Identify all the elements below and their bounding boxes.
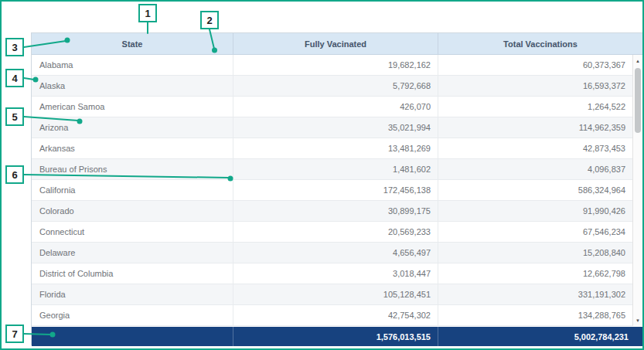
fully-vaccinated-cell: 4,656,497 — [233, 243, 438, 263]
state-cell: Georgia — [32, 305, 233, 325]
total-vaccinations-cell: 134,288,765 — [438, 305, 642, 325]
table-row[interactable]: District of Columbia3,018,44712,662,798 — [32, 263, 642, 284]
fully-vaccinated-cell: 105,128,451 — [233, 284, 438, 304]
fully-vaccinated-cell: 19,682,162 — [233, 55, 438, 75]
total-vaccinations-cell: 1,264,522 — [438, 97, 642, 117]
total-vaccinations-cell: 42,873,453 — [438, 138, 642, 158]
total-state-cell — [32, 327, 233, 346]
total-vaccinations-cell: 12,662,798 — [438, 263, 642, 284]
state-cell: American Samoa — [32, 97, 233, 117]
fully-vaccinated-cell: 20,569,233 — [233, 222, 438, 242]
state-cell: Arkansas — [32, 138, 233, 158]
annotation-1: 1 — [138, 4, 157, 22]
annotated-table-screenshot: State Fully Vacinated Total Vaccinations… — [0, 0, 644, 350]
scroll-up-icon[interactable]: ▲ — [633, 56, 642, 66]
total-vaccinations-cell: 4,096,837 — [438, 159, 642, 179]
fully-vaccinated-cell: 30,899,175 — [233, 201, 438, 221]
annotation-3: 3 — [5, 38, 24, 56]
fully-vaccinated-cell: 172,456,138 — [233, 180, 438, 200]
total-vaccinations-cell: 60,373,367 — [438, 55, 642, 75]
annotation-5: 5 — [5, 107, 24, 126]
table-row[interactable]: Colorado30,899,17591,990,426 — [32, 201, 642, 222]
annotation-6: 6 — [5, 165, 24, 184]
total-vaccinations-cell: 91,990,426 — [438, 201, 642, 221]
fully-vaccinated-cell: 5,792,668 — [233, 76, 438, 96]
state-cell: California — [32, 180, 233, 200]
state-cell: Florida — [32, 284, 233, 304]
fully-vaccinated-cell: 35,021,994 — [233, 117, 438, 138]
fully-vaccinated-cell: 42,754,302 — [233, 305, 438, 325]
total-row: 1,576,013,515 5,002,784,231 — [32, 326, 642, 346]
state-cell: Delaware — [32, 243, 233, 263]
state-cell: District of Columbia — [32, 263, 233, 284]
total-vaccinations-cell: 16,593,372 — [438, 76, 642, 96]
total-vaccinations-cell: 15,208,840 — [438, 243, 642, 263]
fully-vaccinated-cell: 1,481,602 — [233, 159, 438, 179]
table-row[interactable]: Arkansas13,481,26942,873,453 — [32, 138, 642, 159]
table-row[interactable]: American Samoa426,0701,264,522 — [32, 97, 642, 117]
table-scrollbar[interactable]: ▲ ▼ — [632, 55, 642, 326]
column-header-state[interactable]: State — [32, 33, 233, 54]
total-vaccinations-cell: 67,546,234 — [438, 222, 642, 242]
total-vaccinations-cell: 331,191,302 — [438, 284, 642, 304]
total-vaccinations-cell: 586,324,964 — [438, 180, 642, 200]
total-fully-vaccinated-cell: 1,576,013,515 — [233, 327, 438, 346]
table-row[interactable]: Arizona35,021,994114,962,359 — [32, 117, 642, 138]
table-body: Alabama19,682,16260,373,367Alaska5,792,6… — [32, 55, 642, 326]
state-cell: Alabama — [32, 55, 233, 75]
annotation-2: 2 — [200, 11, 219, 29]
state-cell: Arizona — [32, 117, 233, 138]
table-row[interactable]: Delaware4,656,49715,208,840 — [32, 243, 642, 263]
column-header-fully-vaccinated[interactable]: Fully Vacinated — [233, 33, 438, 54]
annotation-7: 7 — [5, 325, 24, 343]
table-header-row: State Fully Vacinated Total Vaccinations — [32, 33, 642, 55]
total-total-vaccinations-cell: 5,002,784,231 — [438, 327, 642, 346]
state-cell: Connecticut — [32, 222, 233, 242]
table-row[interactable]: Alaska5,792,66816,593,372 — [32, 76, 642, 97]
vaccination-table: State Fully Vacinated Total Vaccinations… — [31, 32, 643, 345]
table-row[interactable]: Florida105,128,451331,191,302 — [32, 284, 642, 305]
fully-vaccinated-cell: 13,481,269 — [233, 138, 438, 158]
table-row[interactable]: Alabama19,682,16260,373,367 — [32, 55, 642, 76]
table-row[interactable]: Bureau of Prisons1,481,6024,096,837 — [32, 159, 642, 180]
table-row[interactable]: Georgia42,754,302134,288,765 — [32, 305, 642, 326]
table-row[interactable]: Connecticut20,569,23367,546,234 — [32, 222, 642, 243]
fully-vaccinated-cell: 3,018,447 — [233, 263, 438, 284]
total-vaccinations-cell: 114,962,359 — [438, 117, 642, 138]
table-row[interactable]: California172,456,138586,324,964 — [32, 180, 642, 201]
fully-vaccinated-cell: 426,070 — [233, 97, 438, 117]
state-cell: Bureau of Prisons — [32, 159, 233, 179]
state-cell: Colorado — [32, 201, 233, 221]
annotation-4: 4 — [5, 69, 24, 87]
scrollbar-thumb[interactable] — [635, 68, 641, 133]
column-header-total-vaccinations[interactable]: Total Vaccinations — [438, 33, 642, 54]
scroll-down-icon[interactable]: ▼ — [633, 315, 642, 325]
state-cell: Alaska — [32, 76, 233, 96]
